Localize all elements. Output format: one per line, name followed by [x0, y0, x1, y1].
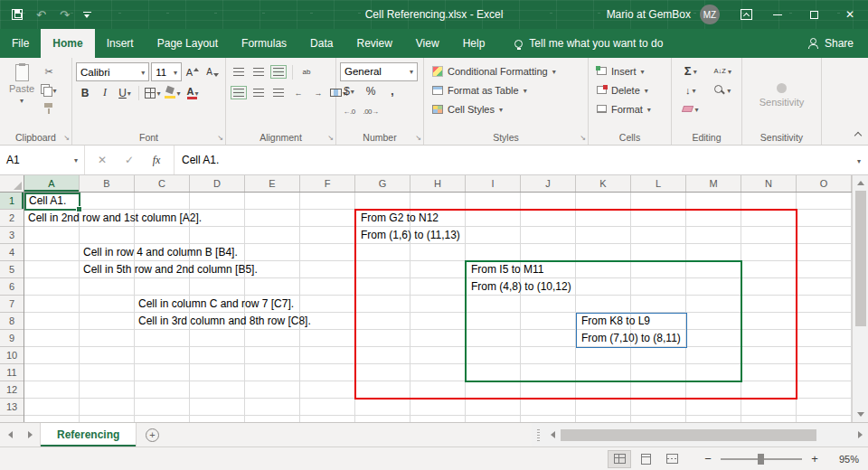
column-header-m[interactable]: M [686, 175, 741, 192]
row-header-8[interactable]: 8 [0, 313, 24, 330]
column-header-g[interactable]: G [355, 175, 410, 192]
grow-font-button[interactable]: A [184, 63, 202, 80]
cell-C7[interactable]: Cell in column C and row 7 [C7]. [135, 296, 294, 313]
cell-I5[interactable]: From I5 to M11 [466, 261, 543, 278]
maximize-button[interactable] [796, 0, 832, 29]
row-header-9[interactable]: 9 [0, 330, 24, 347]
font-size-combo[interactable]: 11 [151, 62, 182, 81]
increase-indent-button[interactable]: → [309, 84, 327, 101]
column-header-b[interactable]: B [80, 175, 135, 192]
cell-B5[interactable]: Cell in 5th row and 2nd column [B5]. [80, 261, 258, 278]
row-header-6[interactable]: 6 [0, 278, 24, 296]
fill-color-button[interactable] [164, 84, 182, 101]
format-as-table-button[interactable]: Format as Table [428, 80, 584, 99]
insert-function-button[interactable]: fx [143, 154, 170, 167]
sensitivity-button[interactable]: Sensitivity [744, 61, 819, 129]
insert-cells-button[interactable]: Insert [592, 61, 667, 80]
decrease-indent-button[interactable]: ← [289, 84, 307, 101]
comma-style-button[interactable]: , [383, 83, 401, 100]
underline-button[interactable]: U [116, 84, 134, 101]
format-cells-button[interactable]: Format [592, 99, 667, 118]
customize-qat-button[interactable] [83, 12, 91, 18]
font-name-combo[interactable]: Calibri [76, 62, 149, 81]
column-header-l[interactable]: L [631, 175, 686, 192]
new-sheet-button[interactable]: + [137, 423, 167, 446]
row-header-4[interactable]: 4 [0, 244, 24, 261]
align-left-button[interactable] [230, 84, 248, 101]
cell-styles-button[interactable]: Cell Styles [428, 99, 584, 118]
row-header-1[interactable]: 1 [0, 193, 24, 210]
minimize-button[interactable] [760, 0, 796, 29]
scroll-right-button[interactable] [852, 423, 868, 446]
font-color-button[interactable]: A [184, 84, 202, 101]
vertical-scrollbar[interactable] [852, 175, 868, 422]
bold-button[interactable]: B [76, 84, 94, 101]
fill-button[interactable]: ↓ [675, 85, 706, 96]
align-right-button[interactable] [269, 84, 288, 101]
shrink-font-button[interactable]: A [203, 63, 222, 80]
column-header-a[interactable]: A [24, 175, 80, 192]
bottom-align-button[interactable] [269, 63, 288, 80]
paste-button[interactable]: Paste [4, 61, 40, 128]
sort-filter-button[interactable]: A↓Z [708, 67, 739, 76]
avatar[interactable]: MZ [700, 5, 720, 24]
clipboard-dialog-launcher[interactable]: ↘ [63, 135, 70, 142]
ribbon-display-options-button[interactable] [732, 0, 760, 29]
horizontal-scrollbar-track[interactable] [561, 423, 852, 446]
share-button[interactable]: Share [793, 29, 868, 58]
accounting-format-button[interactable]: $ [340, 83, 358, 100]
column-header-f[interactable]: F [300, 175, 355, 192]
zoom-level[interactable]: 95% [830, 454, 859, 465]
cell-K8[interactable]: From K8 to L9 [576, 313, 650, 330]
account-name[interactable]: Mario at GemBox [607, 8, 691, 21]
vertical-scrollbar-thumb[interactable] [855, 191, 866, 326]
zoom-slider[interactable] [721, 458, 802, 460]
number-format-combo[interactable]: General [340, 62, 418, 81]
normal-view-button[interactable] [608, 450, 631, 468]
collapse-ribbon-button[interactable] [855, 129, 861, 140]
borders-button[interactable] [144, 84, 162, 101]
cut-button[interactable]: ✂ [40, 63, 58, 80]
row-header-3[interactable]: 3 [0, 227, 24, 244]
formula-bar-expand-button[interactable] [850, 146, 868, 174]
find-select-button[interactable] [708, 85, 739, 96]
middle-align-button[interactable] [250, 63, 268, 80]
previous-sheet-button[interactable] [0, 423, 20, 446]
enter-button[interactable]: ✓ [116, 154, 143, 166]
tab-formulas[interactable]: Formulas [230, 29, 298, 58]
italic-button[interactable]: I [96, 84, 114, 101]
undo-button[interactable]: ↶ [36, 8, 46, 22]
row-header-13[interactable]: 13 [0, 399, 24, 416]
tab-page-layout[interactable]: Page Layout [146, 29, 230, 58]
tab-review[interactable]: Review [344, 29, 403, 58]
close-button[interactable]: ✕ [832, 0, 868, 29]
tab-view[interactable]: View [404, 29, 451, 58]
cell-I6[interactable]: From (4,8) to (10,12) [466, 278, 571, 296]
cell-A2[interactable]: Cell in 2nd row and 1st column [A2]. [24, 210, 202, 227]
column-header-j[interactable]: J [521, 175, 576, 192]
select-all-corner[interactable] [0, 175, 24, 193]
align-center-button[interactable] [250, 84, 268, 101]
row-header-2[interactable]: 2 [0, 210, 24, 227]
autosum-button[interactable]: Σ [675, 64, 706, 78]
row-header-11[interactable]: 11 [0, 364, 24, 381]
copy-button[interactable] [40, 81, 58, 99]
alignment-dialog-launcher[interactable]: ↘ [327, 135, 334, 142]
tab-insert[interactable]: Insert [95, 29, 146, 58]
zoom-out-button[interactable]: − [703, 452, 712, 465]
next-sheet-button[interactable] [20, 423, 40, 446]
row-header-12[interactable]: 12 [0, 381, 24, 399]
tab-home[interactable]: Home [41, 29, 94, 58]
sheet-tab-referencing[interactable]: Referencing [40, 423, 137, 446]
formula-input[interactable]: Cell A1. [175, 146, 850, 174]
column-header-o[interactable]: O [797, 175, 852, 192]
cell-C8[interactable]: Cell in 3rd column and 8th row [C8]. [135, 313, 311, 330]
tab-data[interactable]: Data [298, 29, 344, 58]
column-header-h[interactable]: H [410, 175, 466, 192]
tab-file[interactable]: File [0, 29, 41, 58]
row-header-5[interactable]: 5 [0, 261, 24, 278]
cell-G2[interactable]: From G2 to N12 [355, 210, 439, 227]
cell-G3[interactable]: From (1,6) to (11,13) [355, 227, 460, 244]
column-header-i[interactable]: I [466, 175, 521, 192]
zoom-slider-thumb[interactable] [758, 454, 764, 465]
